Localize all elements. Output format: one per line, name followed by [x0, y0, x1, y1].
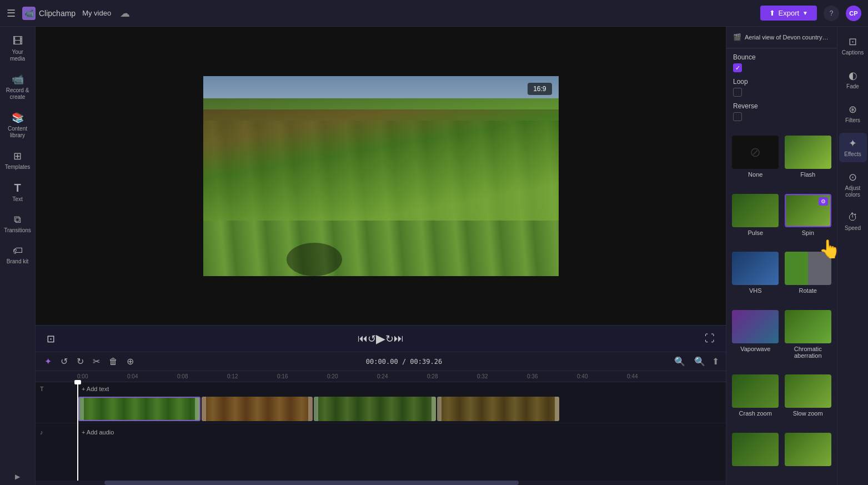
clip-handle-left-1[interactable] — [79, 398, 84, 420]
clip-handle-right-1[interactable] — [195, 398, 199, 420]
ruler-marks-container: 0:00 0:04 0:08 0:12 0:16 0:20 0:24 0:28 … — [77, 373, 677, 379]
sidebar-item-templates[interactable]: ⊞ Templates — [2, 146, 33, 175]
zoom-in-button[interactable]: 🔍 — [692, 355, 708, 368]
user-avatar[interactable]: CP — [846, 6, 861, 21]
effect-pulse[interactable]: Pulse — [731, 194, 780, 249]
far-right-speed[interactable]: ⏱ Speed — [839, 207, 867, 236]
scrollbar-thumb[interactable] — [104, 481, 519, 485]
video-clip-1[interactable] — [78, 397, 200, 421]
video-clip-2[interactable] — [202, 397, 313, 421]
sidebar-item-brand-kit[interactable]: 🏷 Brand kit — [2, 241, 33, 269]
skip-forward-button[interactable]: ⏭ — [394, 333, 404, 344]
app-logo: 📹 Clipchamp — [22, 7, 76, 20]
clip-handle-right-3[interactable] — [432, 397, 436, 421]
add-text-button[interactable]: + Add text — [77, 386, 113, 392]
sidebar-item-content-library[interactable]: 📚 Content library — [2, 107, 33, 143]
rewind-5s-button[interactable]: ↺ — [368, 333, 376, 345]
clip-handle-left-4[interactable] — [437, 397, 441, 421]
effect-crashzoom[interactable]: Crash zoom — [731, 374, 780, 429]
effect-thumb-more2-inner — [785, 433, 831, 466]
cut-button[interactable]: ✂ — [91, 355, 102, 368]
effect-label-chromatic: Chromatic aberration — [784, 346, 833, 359]
timeline-toolbar: ✦ ↺ ↻ ✂ 🗑 ⊕ 00:00.00 / 00:39.26 🔍 🔍 ⬆ — [36, 352, 726, 371]
fullscreen-button[interactable]: ⛶ — [705, 333, 715, 344]
aspect-ratio-badge[interactable]: 16:9 — [528, 83, 551, 95]
effect-label-none: None — [748, 171, 762, 178]
effect-more2[interactable] — [784, 433, 833, 481]
effect-none[interactable]: ⊘ None — [731, 136, 780, 191]
transitions-icon: ⧉ — [14, 214, 21, 226]
far-right-filters[interactable]: ⊛ Filters — [839, 99, 867, 128]
export-label: Export — [779, 9, 800, 17]
add-audio-row: ♪ + Add audio — [36, 426, 726, 439]
loop-item: Loop — [733, 78, 830, 97]
speed-icon: ⏱ — [848, 212, 858, 223]
effect-thumb-chromatic — [785, 310, 831, 343]
help-button[interactable]: ? — [824, 6, 839, 21]
record-create-icon: 📹 — [12, 73, 24, 86]
scene-overlay — [203, 109, 559, 221]
skip-back-button[interactable]: ⏮ — [358, 333, 368, 344]
redo-button[interactable]: ↻ — [74, 355, 86, 368]
ruler-mark-28: 0:28 — [427, 373, 477, 379]
sidebar-label-text: Text — [12, 196, 22, 203]
add-audio-button[interactable]: + Add audio — [77, 429, 118, 436]
sidebar-expand-btn[interactable]: ▶ — [15, 473, 20, 481]
video-clip-3[interactable] — [314, 397, 436, 421]
video-clip-4[interactable] — [437, 397, 559, 421]
hamburger-menu[interactable]: ☰ — [7, 7, 16, 19]
reverse-checkbox[interactable] — [733, 112, 742, 121]
effect-more1[interactable] — [731, 433, 780, 481]
effect-spin[interactable]: ⚙ 👆 Spin — [784, 194, 833, 249]
effect-thumb-chromatic-inner — [785, 310, 831, 343]
far-right-adjust-colors[interactable]: ⊙ Adjust colors — [839, 167, 867, 203]
bounce-checkbox[interactable]: ✓ — [733, 63, 742, 72]
effect-thumb-rotate — [785, 252, 831, 285]
clip-handle-right-4[interactable] — [555, 397, 559, 421]
far-right-effects[interactable]: ✦ Effects — [839, 133, 867, 162]
timeline-ruler: 0:00 0:04 0:08 0:12 0:16 0:20 0:24 0:28 … — [36, 371, 726, 382]
effect-flash[interactable]: Flash — [784, 136, 833, 191]
clip-handle-right-2[interactable] — [308, 397, 313, 421]
forward-5s-button[interactable]: ↻ — [385, 333, 394, 345]
expand-timeline-button[interactable]: ⬆ — [712, 356, 719, 367]
sidebar-item-record-create[interactable]: 📹 Record & create — [2, 69, 33, 105]
video-title-topbar[interactable]: My video — [82, 9, 111, 17]
timeline-wrapper: 0:00 0:04 0:08 0:12 0:16 0:20 0:24 0:28 … — [36, 371, 726, 485]
play-button[interactable]: ▶ — [376, 332, 385, 346]
effect-vaporwave[interactable]: Vaporwave — [731, 310, 780, 372]
timeline-time-display: 00:00.00 / 00:39.26 — [141, 358, 668, 366]
magic-button[interactable]: ✦ — [42, 355, 54, 368]
zoom-out-button[interactable]: 🔍 — [672, 355, 688, 368]
bounce-checkmark: ✓ — [735, 64, 740, 72]
effect-slowzoom[interactable]: Slow zoom — [784, 374, 833, 429]
effect-vhs[interactable]: VHS — [731, 252, 780, 307]
sidebar-item-text[interactable]: T Text — [2, 177, 33, 207]
effect-thumb-slowzoom-inner — [785, 374, 831, 408]
subtitle-toggle-button[interactable]: ⊡ — [47, 333, 55, 345]
brand-kit-icon: 🏷 — [13, 245, 23, 257]
add-media-button[interactable]: ⊕ — [124, 355, 136, 368]
loop-checkbox[interactable] — [733, 88, 742, 97]
effect-thumb-spin: ⚙ — [785, 194, 831, 227]
panel-video-icon: 🎬 — [733, 33, 741, 41]
sidebar-item-your-media[interactable]: 🎞 Your media — [2, 31, 33, 67]
clip-handle-left-3[interactable] — [314, 397, 318, 421]
panel-title: 🎬 Aerial view of Devon countryside — [733, 33, 830, 41]
effect-label-crashzoom: Crash zoom — [739, 410, 772, 417]
ruler-mark-20: 0:20 — [327, 373, 377, 379]
delete-button[interactable]: 🗑 — [107, 356, 120, 368]
ruler-mark-12: 0:12 — [227, 373, 277, 379]
ruler-mark-24: 0:24 — [377, 373, 427, 379]
effect-chromatic[interactable]: Chromatic aberration — [784, 310, 833, 372]
effect-rotate[interactable]: Rotate — [784, 252, 833, 307]
export-button[interactable]: ⬆ Export ▼ — [760, 6, 817, 21]
undo-button[interactable]: ↺ — [58, 355, 70, 368]
bounce-item: Bounce ✓ — [733, 53, 830, 72]
clip-handle-left-2[interactable] — [202, 397, 206, 421]
far-right-fade[interactable]: ◐ Fade — [839, 65, 867, 94]
sidebar-item-transitions[interactable]: ⧉ Transitions — [2, 209, 33, 238]
timeline-scrollbar[interactable] — [36, 481, 726, 485]
effect-thumb-crashzoom — [732, 374, 779, 408]
far-right-captions[interactable]: ⊡ Captions — [839, 31, 867, 61]
